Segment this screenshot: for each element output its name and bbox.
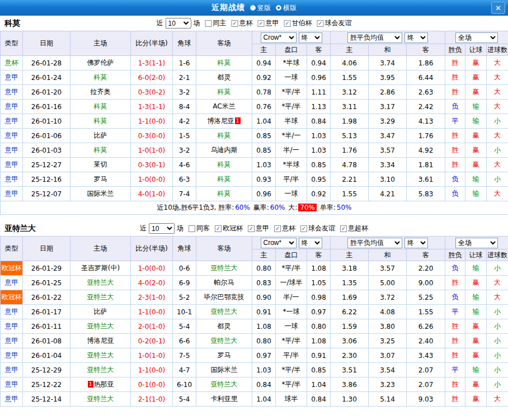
avg-draw-cell: 5.14	[369, 392, 407, 407]
layout-radio-horizontal[interactable]: 横版	[276, 3, 297, 13]
match-row: 意甲25-12-16罗马1-0(0-0)6-3科莫0.93平/半0.952.21…	[1, 172, 508, 187]
result-cell: 平	[445, 305, 465, 319]
avg-final-select[interactable]: 终	[404, 32, 428, 43]
summary-segment: 70%	[298, 204, 317, 211]
avg-select[interactable]: 胜平负均值	[347, 238, 402, 248]
team-label: 佛罗伦萨	[87, 59, 114, 67]
team-label: 卡利亚里	[211, 395, 238, 403]
team-label: AC米兰	[213, 102, 235, 110]
filter-checkbox[interactable]: ✓球会友谊	[317, 18, 352, 28]
filter-checkbox[interactable]: ✓意甲	[258, 18, 279, 28]
team-label: 比萨	[94, 131, 107, 139]
corner-cell: 4-7	[173, 363, 196, 377]
avg-home-cell: 1.30	[331, 392, 369, 407]
handicap-cell: *平/半	[276, 100, 307, 114]
scope-select[interactable]: 全场	[455, 238, 498, 248]
date-cell: 25-12-16	[23, 172, 70, 187]
avg-home-cell: 1.69	[331, 290, 369, 305]
odds-away-cell: 0.91	[307, 348, 331, 363]
filter-checkbox[interactable]: ✓欧冠杯	[215, 224, 243, 233]
match-row: 意甲25-12-221热那亚0-1(0-0)6-10亚特兰大0.84*平/半1.…	[1, 377, 508, 392]
odds-home-cell: 0.91	[252, 305, 276, 319]
red-card-badge: 1	[88, 381, 93, 388]
league-cell: 意甲	[1, 114, 23, 129]
goals-result-cell: 小	[487, 172, 508, 187]
odds-final-select[interactable]: 终	[299, 32, 322, 43]
odds-home-cell: 0.85	[252, 143, 276, 158]
away-team-cell: 科莫	[196, 129, 252, 143]
avg-final-select[interactable]: 终	[404, 238, 428, 248]
checkbox-icon: ✓	[232, 20, 238, 27]
column-header: 类型	[1, 237, 23, 261]
column-header: 主场	[70, 237, 131, 261]
filter-checkbox[interactable]: 同主	[205, 18, 227, 28]
odds-company-select[interactable]: Crow*	[261, 32, 297, 43]
avg-draw-cell: 3.29	[369, 114, 407, 129]
close-button[interactable]: ✕	[491, 2, 505, 14]
date-cell: 26-01-08	[23, 334, 70, 348]
league-cell: 意甲	[1, 187, 23, 201]
handicap-cell: 平/半	[276, 348, 307, 363]
corner-cell: 5-4	[173, 392, 196, 407]
corner-cell: 3-2	[173, 85, 196, 100]
odds-away-cell: 0.85	[307, 363, 331, 377]
home-team-cell: 亚特兰大	[70, 348, 131, 363]
handicap-cell: 一球	[276, 70, 307, 85]
result-cell: 平	[445, 363, 465, 377]
away-team-cell: 亚特兰大	[196, 377, 252, 392]
avg-select[interactable]: 胜平负均值	[347, 32, 402, 43]
score-cell: 0-3(0-0)	[131, 129, 173, 143]
team-label: 莱切	[94, 161, 107, 168]
league-cell: 欧冠杯	[1, 290, 23, 305]
avg-away-cell: 5.83	[407, 187, 445, 201]
avg-away-cell: 2.63	[407, 85, 445, 100]
odds-company-select[interactable]: Crow*	[261, 238, 297, 248]
filter-checkbox[interactable]: ✓意杯	[274, 224, 295, 233]
filter-checkbox[interactable]: ✓甘伯杯	[284, 18, 312, 28]
handicap-result-cell: 赢	[465, 56, 487, 70]
score-cell: 1-0(0-0)	[131, 261, 173, 276]
layout-radio-vertical[interactable]: 竖版	[250, 3, 271, 13]
odds-home-cell: 1.04	[252, 392, 276, 407]
team-label: 科莫	[94, 146, 107, 154]
recent-count-select[interactable]: 10	[149, 223, 175, 234]
odds-final-select[interactable]: 终	[299, 238, 322, 248]
recent-count-select[interactable]: 10	[166, 18, 191, 29]
checkbox-label: 球会友谊	[325, 18, 352, 28]
match-row: 意甲26-01-10科莫1-1(0-0)4-2博洛尼亚11.04半球0.841.…	[1, 114, 508, 129]
checkbox-icon: ✓	[317, 20, 324, 27]
home-team-cell: 亚特兰大	[70, 290, 131, 305]
team-label: 亚特兰大	[211, 308, 238, 315]
team-name: 亚特兰大	[0, 224, 36, 234]
odds-home-cell: 0.84	[252, 377, 276, 392]
date-cell: 26-01-16	[23, 100, 70, 114]
home-team-cell: 圣吉罗斯(中)	[70, 261, 131, 276]
filter-checkbox[interactable]: ✓意甲	[248, 224, 269, 233]
league-cell: 意甲	[1, 172, 23, 187]
team-label: 圣吉罗斯(中)	[81, 264, 120, 272]
away-team-cell: 科莫	[196, 158, 252, 172]
result-cell: 胜	[445, 56, 465, 70]
team-label: 比萨	[94, 308, 107, 315]
handicap-result-cell: 输	[465, 305, 487, 319]
summary-segment: 大:	[286, 204, 297, 211]
match-row: 意甲25-12-27莱切0-3(0-1)4-6科莫1.03*半球0.854.78…	[1, 158, 508, 172]
result-cell: 胜	[445, 276, 465, 290]
filter-checkbox[interactable]: ✓意超杯	[340, 224, 368, 233]
filter-checkbox[interactable]: ✓球会友谊	[300, 224, 335, 233]
corner-cell: 3-2	[173, 143, 196, 158]
filter-checkbox[interactable]: ✓意杯	[232, 18, 253, 28]
odds-away-cell: 0.95	[307, 172, 331, 187]
filter-checkbox[interactable]: 同客	[189, 224, 210, 233]
odds-home-cell: 0.76	[252, 100, 276, 114]
team-section: 亚特兰大近10场同客✓欧冠杯✓意甲✓意杯✓球会友谊✓意超杯类型日期主场比分(半场…	[0, 221, 508, 407]
goals-result-cell: 小	[487, 114, 508, 129]
team-label: 博洛尼亚	[208, 117, 234, 125]
odds-away-cell: 0.80	[307, 319, 331, 334]
scope-select[interactable]: 全场	[455, 32, 498, 43]
corner-cell: 7-5	[173, 348, 196, 363]
avg-away-cell: 2.42	[407, 100, 445, 114]
sub-column-header: 胜负	[445, 249, 465, 261]
away-team-cell: 卡利亚里	[196, 392, 252, 407]
match-row: 意甲25-12-14亚特兰大2-1(1-0)5-4卡利亚里1.04球半0.841…	[1, 392, 508, 407]
